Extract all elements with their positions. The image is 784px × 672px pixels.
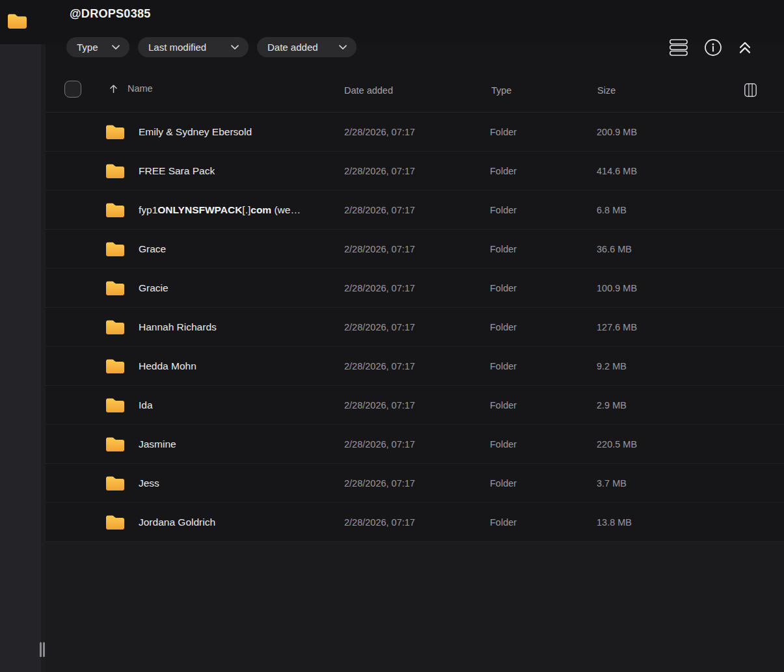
table-row[interactable]: fyp1ONLYNSFWPACK[.]com (we… 2/28/2026, 0… xyxy=(46,191,784,230)
date-added-cell: 2/28/2026, 07:17 xyxy=(344,244,415,254)
page-title: @DROPS0385 xyxy=(70,7,151,21)
file-name: Hannah Richards xyxy=(139,321,217,333)
list-view-icon[interactable] xyxy=(669,38,688,57)
filter-chip-label: Last modified xyxy=(148,42,206,53)
file-name: Gracie xyxy=(139,282,169,294)
size-cell: 414.6 MB xyxy=(597,166,637,176)
file-name: Hedda Mohn xyxy=(139,360,196,372)
folder-icon xyxy=(106,124,124,139)
size-cell: 13.8 MB xyxy=(597,517,632,528)
size-cell: 36.6 MB xyxy=(597,244,632,254)
folder-icon xyxy=(106,319,124,334)
date-added-cell: 2/28/2026, 07:17 xyxy=(344,283,415,293)
file-list: Emily & Sydney Ebersold 2/28/2026, 07:17… xyxy=(46,113,784,542)
sidebar-divider xyxy=(41,44,46,672)
size-cell: 3.7 MB xyxy=(597,478,627,489)
folder-icon xyxy=(106,358,124,373)
column-header-name[interactable]: Name xyxy=(108,83,153,94)
date-added-cell: 2/28/2026, 07:17 xyxy=(344,205,415,215)
date-added-cell: 2/28/2026, 07:17 xyxy=(344,361,415,371)
type-cell: Folder xyxy=(490,205,517,215)
folder-icon xyxy=(106,163,124,178)
table-row[interactable]: Ida 2/28/2026, 07:17 Folder 2.9 MB xyxy=(46,386,784,425)
date-added-cell: 2/28/2026, 07:17 xyxy=(344,400,415,410)
column-header-size[interactable]: Size xyxy=(597,85,615,96)
size-cell: 6.8 MB xyxy=(597,205,627,215)
file-name: Grace xyxy=(139,243,166,255)
size-cell: 100.9 MB xyxy=(597,283,637,293)
app-logo-folder-icon xyxy=(8,13,27,29)
date-added-cell: 2/28/2026, 07:17 xyxy=(344,127,415,137)
chevron-down-icon xyxy=(231,45,239,50)
size-cell: 2.9 MB xyxy=(597,400,627,410)
column-header-type[interactable]: Type xyxy=(491,85,511,96)
date-added-cell: 2/28/2026, 07:17 xyxy=(344,166,415,176)
date-added-cell: 2/28/2026, 07:17 xyxy=(344,439,415,450)
file-name: Jasmine xyxy=(139,438,176,450)
type-cell: Folder xyxy=(490,517,517,528)
type-cell: Folder xyxy=(490,166,517,176)
folder-icon xyxy=(106,515,124,530)
content-panel: Name Date added Type Size Emily & Sydney… xyxy=(46,44,784,672)
column-header-label: Name xyxy=(128,83,153,94)
size-cell: 200.9 MB xyxy=(597,127,637,137)
column-header-date-added[interactable]: Date added xyxy=(344,85,393,96)
filter-chip-last-modified[interactable]: Last modified xyxy=(138,37,249,57)
file-name: FREE Sara Pack xyxy=(139,165,215,177)
date-added-cell: 2/28/2026, 07:17 xyxy=(344,517,415,528)
table-row[interactable]: Jordana Goldrich 2/28/2026, 07:17 Folder… xyxy=(46,503,784,542)
sidebar xyxy=(0,44,41,672)
chevron-down-icon xyxy=(339,45,347,50)
chevron-down-icon xyxy=(112,45,120,50)
folder-icon xyxy=(106,437,124,451)
info-icon[interactable] xyxy=(704,38,722,57)
type-cell: Folder xyxy=(490,478,517,489)
type-cell: Folder xyxy=(490,244,517,254)
folder-icon xyxy=(106,280,124,295)
size-cell: 9.2 MB xyxy=(597,361,627,371)
filter-toolbar: Type Last modified Date added xyxy=(66,37,357,57)
collapse-icon[interactable] xyxy=(737,40,753,55)
file-name: Ida xyxy=(139,399,153,411)
file-name: Jess xyxy=(139,477,159,489)
table-row[interactable]: Grace 2/28/2026, 07:17 Folder 36.6 MB xyxy=(46,230,784,269)
size-cell: 220.5 MB xyxy=(597,439,637,450)
table-row[interactable]: Jasmine 2/28/2026, 07:17 Folder 220.5 MB xyxy=(46,425,784,464)
date-added-cell: 2/28/2026, 07:17 xyxy=(344,478,415,489)
folder-icon xyxy=(106,202,124,217)
filter-chip-label: Date added xyxy=(267,42,318,53)
type-cell: Folder xyxy=(490,283,517,293)
columns-settings-icon[interactable] xyxy=(744,83,757,97)
table-row[interactable]: Emily & Sydney Ebersold 2/28/2026, 07:17… xyxy=(46,113,784,152)
table-row[interactable]: FREE Sara Pack 2/28/2026, 07:17 Folder 4… xyxy=(46,152,784,191)
file-name: fyp1ONLYNSFWPACK[.]com (we… xyxy=(139,204,301,216)
size-cell: 127.6 MB xyxy=(597,322,637,332)
sort-ascending-icon xyxy=(108,83,119,94)
type-cell: Folder xyxy=(490,439,517,450)
table-row[interactable]: Jess 2/28/2026, 07:17 Folder 3.7 MB xyxy=(46,464,784,503)
type-cell: Folder xyxy=(490,127,517,137)
table-row[interactable]: Hannah Richards 2/28/2026, 07:17 Folder … xyxy=(46,308,784,347)
file-name: Emily & Sydney Ebersold xyxy=(139,126,252,138)
filter-chip-type[interactable]: Type xyxy=(66,37,129,57)
sidebar-resize-handle[interactable] xyxy=(40,642,45,657)
select-all-checkbox[interactable] xyxy=(64,81,81,98)
type-cell: Folder xyxy=(490,322,517,332)
table-row[interactable]: Hedda Mohn 2/28/2026, 07:17 Folder 9.2 M… xyxy=(46,347,784,386)
date-added-cell: 2/28/2026, 07:17 xyxy=(344,322,415,332)
folder-icon xyxy=(106,241,124,256)
type-cell: Folder xyxy=(490,400,517,410)
folder-icon xyxy=(106,397,124,412)
folder-icon xyxy=(106,476,124,491)
filter-chip-label: Type xyxy=(77,42,98,53)
table-row[interactable]: Gracie 2/28/2026, 07:17 Folder 100.9 MB xyxy=(46,269,784,308)
file-name: Jordana Goldrich xyxy=(139,517,215,528)
type-cell: Folder xyxy=(490,361,517,371)
empty-area xyxy=(46,542,784,672)
filter-chip-date-added[interactable]: Date added xyxy=(257,37,357,57)
